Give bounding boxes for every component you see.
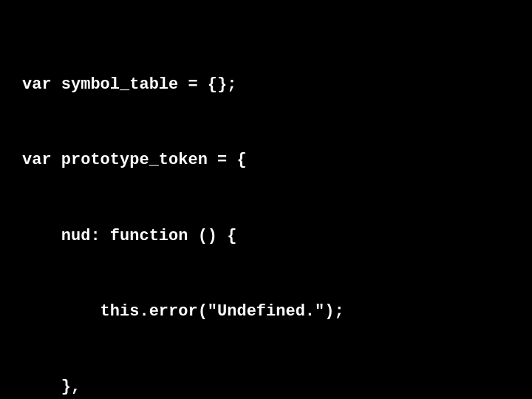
code-line-4: this.error("Undefined."); xyxy=(22,299,412,324)
code-line-3: nud: function () { xyxy=(22,224,412,249)
code-line-5: }, xyxy=(22,375,412,399)
code-line-2: var prototype_token = { xyxy=(22,148,412,173)
code-line-1: var symbol_table = {}; xyxy=(22,72,412,98)
code-block: var symbol_table = {}; var prototype_tok… xyxy=(0,0,434,399)
